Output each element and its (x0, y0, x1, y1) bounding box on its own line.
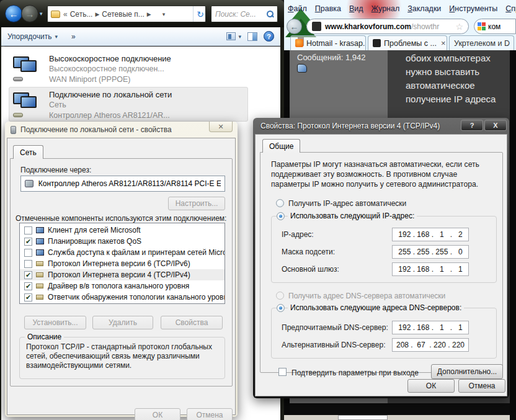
preview-pane-button[interactable] (247, 32, 257, 41)
component-row[interactable]: ✔ Ответчик обнаружения топологии канальн… (20, 292, 225, 303)
configure-button[interactable]: Настроить... (168, 197, 225, 210)
radio-auto-dns[interactable] (276, 292, 284, 300)
browser-back-button[interactable]: ← (287, 19, 302, 34)
browser-url-bar[interactable]: www.kharkovforum.com /showthr ☆ (306, 19, 469, 34)
client-icon (36, 227, 44, 233)
help-button[interactable]: ? (461, 120, 483, 131)
checkbox[interactable] (24, 260, 32, 268)
dns1-input[interactable]: 192 . 168 . 1 . 1 (392, 321, 469, 334)
cancel-button[interactable]: Отмена (458, 379, 505, 393)
radio-static-dns[interactable] (277, 304, 285, 312)
radio-static-ip[interactable] (277, 212, 285, 220)
radio-auto-ip-label[interactable]: Получить IP-адрес автоматически (288, 199, 406, 208)
component-row[interactable]: Протокол Интернета версии 6 (TCP/IPv6) (20, 258, 225, 269)
ip-label: IP-адрес: (282, 230, 314, 239)
protocol-icon (36, 295, 43, 300)
ok-button[interactable]: ОК (407, 379, 455, 393)
checkbox[interactable]: ✔ (24, 238, 32, 246)
explorer-forward-button[interactable]: → (21, 5, 38, 22)
change-view-button[interactable]: ▾ (226, 32, 241, 40)
cancel-button[interactable]: Отмена (187, 408, 233, 420)
toolbar-overflow-button[interactable]: » (71, 32, 76, 41)
component-row[interactable]: ✔ Планировщик пакетов QoS (20, 236, 225, 247)
tab-problems[interactable]: Проблемы с ... × (368, 35, 447, 50)
tab-general[interactable]: Общие (262, 139, 300, 153)
component-label: Ответчик обнаружения топологии канальног… (48, 293, 225, 302)
close-button[interactable]: X (484, 120, 507, 131)
connect-via-label: Подключение через: (20, 166, 91, 174)
menu-tools[interactable]: Инструменты (449, 4, 497, 17)
organize-caret-icon: ▾ (55, 34, 58, 40)
tab-close-icon[interactable]: × (441, 38, 446, 48)
tab-network[interactable]: Сеть (13, 145, 43, 159)
tab-ukrtelecom[interactable]: Укртелеком и D (449, 35, 514, 50)
modem-icon (13, 77, 23, 81)
dialog-titlebar: Подключение по локальной сети - свойства (5, 122, 238, 138)
description-text: Протокол TCP/IP - стандартный протокол г… (26, 342, 212, 370)
checkbox[interactable] (24, 226, 32, 235)
bookmark-star-icon[interactable]: ☆ (455, 22, 463, 32)
dns1-label: Предпочитаемый DNS-сервер: (282, 323, 388, 332)
close-button[interactable]: ✕ (209, 122, 233, 132)
component-row[interactable]: Служба доступа к файлам и принтерам сете… (20, 247, 225, 258)
properties-button[interactable]: Свойства (161, 316, 223, 329)
dialog-title: Подключение по локальной сети - свойства (20, 125, 172, 134)
component-row[interactable]: ✔ Драйвер в/в тополога канального уровня (20, 280, 225, 292)
uninstall-button[interactable]: Удалить (92, 316, 153, 329)
organize-button[interactable]: Упорядочить (7, 32, 51, 41)
browser-search-box[interactable]: ком (474, 19, 516, 34)
checkbox[interactable]: ✔ (24, 271, 32, 279)
checkbox[interactable]: ✔ (24, 282, 32, 290)
page-bottom-input[interactable] (338, 415, 388, 420)
component-row-selected[interactable]: ✔ Протокол Интернета версии 4 (TCP/IPv4) (20, 269, 225, 280)
list-item-lan[interactable]: Подключение по локальной сети Сеть Контр… (9, 87, 248, 122)
radio-auto-ip[interactable] (276, 199, 284, 207)
ip-input[interactable]: 192 . 168 . 1 . 2 (392, 228, 469, 241)
breadcrumb-arrow-icon[interactable]: ▶ (95, 11, 99, 17)
ok-button[interactable]: ОК (135, 408, 180, 420)
history-dropdown-icon[interactable]: ▾ (40, 11, 43, 17)
menu-bookmarks[interactable]: Закладки (407, 4, 441, 17)
breadcrumb-arrow-icon[interactable]: ▶ (147, 11, 151, 17)
explorer-address-bar[interactable]: « Сеть... ▶ Сетевые п... ▶ ▾ ↻ (47, 6, 206, 22)
dns2-input[interactable]: 208 . 67 . 220 . 220 (392, 338, 469, 352)
breadcrumb-connections[interactable]: Сетевые п... (102, 10, 144, 19)
gateway-label: Основной шлюз: (282, 265, 339, 274)
explorer-search-input[interactable]: Поиск: Се... (211, 6, 278, 22)
validate-checkbox-label[interactable]: Подтвердить параметры при выходе (291, 369, 419, 377)
gateway-input[interactable]: 192 . 168 . 1 . 1 (392, 262, 469, 276)
dns2-label: Альтернативный DNS-сервер: (282, 341, 386, 349)
component-label: Драйвер в/в тополога канального уровня (48, 282, 189, 290)
dialog-title: Свойства: Протокол Интернета версии 4 (T… (260, 122, 440, 130)
breadcrumb-network[interactable]: Сеть... (70, 10, 93, 19)
forum-icon (373, 39, 381, 47)
tab-label: Общие (269, 142, 293, 151)
radio-static-dns-label[interactable]: Использовать следующие адреса DNS-сервер… (288, 303, 464, 312)
network-adapter-icon (25, 180, 33, 187)
components-list[interactable]: Клиент для сетей Microsoft ✔ Планировщик… (19, 223, 225, 304)
menu-edit[interactable]: Правка (315, 4, 341, 17)
static-ip-group: Использовать следующий IP-адрес: IP-адре… (271, 216, 497, 283)
radio-static-ip-label[interactable]: Использовать следующий IP-адрес: (288, 212, 417, 220)
checkbox[interactable]: ✔ (24, 293, 32, 302)
connection-subtitle: Высокоскоростное подключен... (49, 64, 171, 74)
refresh-icon[interactable]: ↻ (193, 6, 204, 22)
validate-checkbox[interactable] (278, 368, 287, 376)
list-item-pppoe[interactable]: Высокоскоростное подключение Высокоскоро… (9, 51, 248, 86)
radio-auto-dns-label[interactable]: Получить адрес DNS-сервера автоматически (288, 292, 445, 300)
menu-help[interactable]: Справ (505, 4, 516, 17)
menu-history[interactable]: Журнал (371, 4, 400, 17)
menu-file[interactable]: Файл (288, 4, 307, 17)
component-row[interactable]: Клиент для сетей Microsoft (20, 225, 225, 236)
mask-input[interactable]: 255 . 255 . 255 . 0 (392, 245, 469, 259)
advanced-button[interactable]: Дополнительно... (431, 364, 503, 379)
menu-view[interactable]: Вид (349, 4, 363, 17)
explorer-back-button[interactable]: ← (5, 5, 22, 22)
help-button[interactable]: ? (264, 31, 274, 42)
install-button[interactable]: Установить... (24, 316, 86, 329)
search-query: ком (488, 22, 500, 31)
tab-hotmail[interactable]: Hotmail - krasap... (290, 35, 366, 50)
address-dropdown-icon[interactable]: ▾ (162, 11, 166, 17)
checkbox[interactable] (24, 249, 32, 257)
user-status-icon (297, 64, 307, 73)
